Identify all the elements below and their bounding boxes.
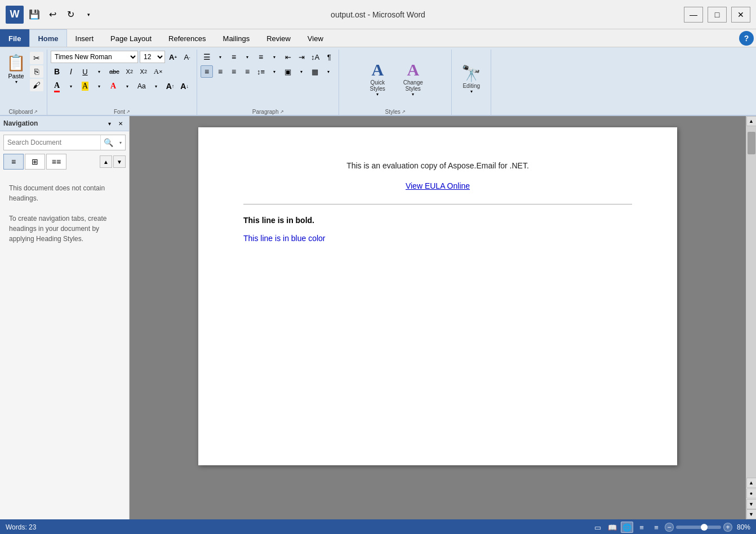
paste-dropdown[interactable]: ▾ xyxy=(15,79,17,84)
ribbon-tabs: File Home Insert Page Layout References … xyxy=(0,29,756,47)
bullets-button[interactable]: ☰ xyxy=(201,51,213,63)
decrease-indent-button[interactable]: ⇤ xyxy=(282,51,294,63)
nav-pane-close-btn[interactable]: ✕ xyxy=(115,118,126,128)
styles-expand-icon[interactable]: ↗ xyxy=(402,109,406,114)
change-styles-button[interactable]: A ChangeStyles ▾ xyxy=(398,59,429,100)
numbering-button[interactable]: ≡ xyxy=(228,51,240,63)
align-right-button[interactable]: ≡ xyxy=(228,65,240,78)
font-color-dropdown[interactable]: ▾ xyxy=(65,80,77,92)
strikethrough-button[interactable]: abc xyxy=(107,65,122,78)
paste-button[interactable]: 📋 Paste ▾ xyxy=(3,51,29,87)
multilevel-button[interactable]: ≡ xyxy=(255,51,267,63)
maximize-button[interactable]: □ xyxy=(708,7,727,23)
zoom-track[interactable] xyxy=(676,526,721,529)
bullets-dropdown[interactable]: ▾ xyxy=(214,51,226,63)
align-left-button[interactable]: ≡ xyxy=(201,65,213,78)
nav-headings-btn[interactable]: ≡ xyxy=(3,154,24,170)
paragraph-expand-icon[interactable]: ↗ xyxy=(280,109,284,114)
bold-button[interactable]: B xyxy=(51,65,63,78)
document-area[interactable]: This is an evaluation copy of Aspose.Ema… xyxy=(130,116,746,519)
scroll-up-btn[interactable]: ▲ xyxy=(746,116,757,126)
tab-references[interactable]: References xyxy=(160,29,214,47)
text-color-dropdown[interactable]: ▾ xyxy=(121,80,134,92)
undo-button[interactable]: ↩ xyxy=(45,7,60,22)
line-spacing-dropdown[interactable]: ▾ xyxy=(268,65,281,78)
font-name-select[interactable]: Times New Roman xyxy=(51,51,138,63)
qat-dropdown-button[interactable]: ▾ xyxy=(81,7,96,22)
text-color-button[interactable]: A xyxy=(107,80,119,92)
scroll-select-browse-btn[interactable]: ● xyxy=(746,488,757,499)
tab-page-layout[interactable]: Page Layout xyxy=(102,29,160,47)
cut-button[interactable]: ✂ xyxy=(30,52,43,64)
underline-dropdown[interactable]: ▾ xyxy=(93,65,105,78)
show-marks-button[interactable]: ¶ xyxy=(323,51,335,63)
nav-prev-btn[interactable]: ▲ xyxy=(100,155,112,168)
evaluation-text: This is an evaluation copy of Aspose.Ema… xyxy=(243,161,632,170)
format-painter-button[interactable]: 🖌 xyxy=(30,79,43,91)
subscript-button[interactable]: X2 xyxy=(123,65,136,78)
shading-button[interactable]: ▣ xyxy=(282,65,294,78)
superscript-button[interactable]: X2 xyxy=(137,65,150,78)
scroll-track[interactable] xyxy=(746,126,756,478)
change-case-dropdown[interactable]: ▾ xyxy=(150,80,162,92)
redo-button[interactable]: ↻ xyxy=(63,7,78,22)
quick-styles-button[interactable]: A QuickStyles ▾ xyxy=(362,59,393,100)
font-shrink-big-button[interactable]: A↓ xyxy=(178,80,191,92)
web-layout-btn[interactable]: 🌐 xyxy=(621,522,633,533)
tab-view[interactable]: View xyxy=(299,29,332,47)
zoom-minus-btn[interactable]: − xyxy=(665,523,674,532)
increase-indent-button[interactable]: ⇥ xyxy=(295,51,308,63)
print-layout-btn[interactable]: ▭ xyxy=(592,522,604,533)
tab-home[interactable]: Home xyxy=(29,29,66,47)
minimize-button[interactable]: — xyxy=(684,7,703,23)
full-reading-btn[interactable]: 📖 xyxy=(606,522,619,533)
align-center-button[interactable]: ≡ xyxy=(214,65,226,78)
font-expand-icon[interactable]: ↗ xyxy=(126,109,130,114)
font-color-button[interactable]: A xyxy=(51,80,63,92)
scroll-next-page-btn[interactable]: ▼ xyxy=(746,499,757,509)
scroll-down-btn[interactable]: ▼ xyxy=(746,509,757,519)
highlight-dropdown[interactable]: ▾ xyxy=(93,80,105,92)
line-spacing-button[interactable]: ↕≡ xyxy=(255,65,267,78)
numbering-dropdown[interactable]: ▾ xyxy=(241,51,254,63)
tab-file[interactable]: File xyxy=(0,29,29,47)
scroll-thumb[interactable] xyxy=(748,132,755,154)
tab-mailings[interactable]: Mailings xyxy=(215,29,259,47)
tab-insert[interactable]: Insert xyxy=(67,29,103,47)
nav-search-input[interactable] xyxy=(4,139,100,146)
borders-dropdown[interactable]: ▾ xyxy=(322,65,335,78)
italic-button[interactable]: I xyxy=(65,65,77,78)
editing-button[interactable]: 🔭 Editing ▾ xyxy=(456,61,486,97)
tab-review[interactable]: Review xyxy=(258,29,299,47)
close-button[interactable]: ✕ xyxy=(731,7,750,23)
nav-next-btn[interactable]: ▼ xyxy=(113,155,126,168)
clear-formatting-button[interactable]: A✕ xyxy=(152,65,165,78)
shrink-font-button[interactable]: A- xyxy=(181,51,193,63)
nav-search-btn[interactable]: 🔍 xyxy=(100,135,116,150)
help-button[interactable]: ? xyxy=(739,31,754,46)
nav-pane-dropdown-btn[interactable]: ▾ xyxy=(104,118,114,128)
eula-link[interactable]: View EULA Online xyxy=(243,181,632,190)
zoom-thumb[interactable] xyxy=(701,524,708,531)
save-button[interactable]: 💾 xyxy=(27,7,42,22)
justify-button[interactable]: ≡ xyxy=(241,65,254,78)
sort-button[interactable]: ↕A xyxy=(309,51,322,63)
zoom-plus-btn[interactable]: + xyxy=(723,523,732,532)
scroll-prev-page-btn[interactable]: ▲ xyxy=(746,478,757,488)
multilevel-dropdown[interactable]: ▾ xyxy=(268,51,281,63)
borders-button[interactable]: ▦ xyxy=(309,65,321,78)
grow-font-button[interactable]: A+ xyxy=(167,51,179,63)
clipboard-expand-icon[interactable]: ↗ xyxy=(34,109,38,114)
shading-dropdown[interactable]: ▾ xyxy=(295,65,308,78)
change-case-button[interactable]: Aa xyxy=(135,80,148,92)
nav-search-dropdown[interactable]: ▾ xyxy=(116,135,125,150)
highlight-color-button[interactable]: A xyxy=(79,80,91,92)
nav-results-btn[interactable]: ≡≡ xyxy=(46,154,66,170)
copy-button[interactable]: ⎘ xyxy=(30,65,43,78)
nav-pages-btn[interactable]: ⊞ xyxy=(25,154,45,170)
font-grow-big-button[interactable]: A↑ xyxy=(164,80,177,92)
outline-btn[interactable]: ≡ xyxy=(635,522,648,533)
underline-button[interactable]: U xyxy=(79,65,91,78)
font-size-select[interactable]: 12 xyxy=(140,51,165,63)
draft-btn[interactable]: ≡ xyxy=(650,522,662,533)
